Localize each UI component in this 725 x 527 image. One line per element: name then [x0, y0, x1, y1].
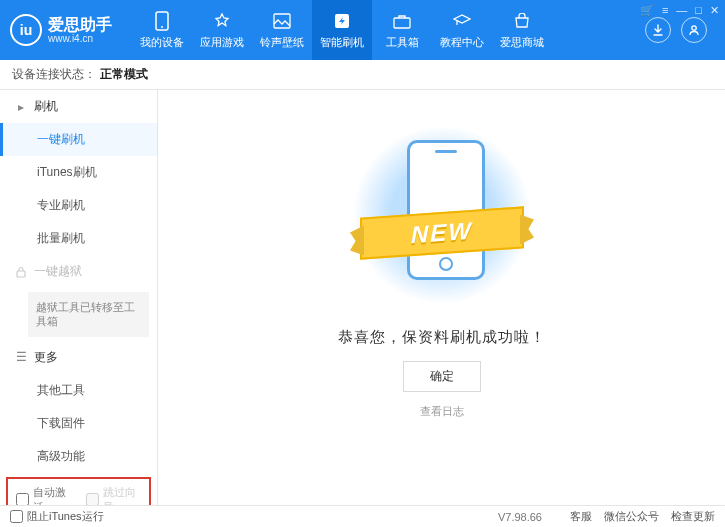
view-log-link[interactable]: 查看日志 — [420, 404, 464, 419]
wallpaper-icon — [272, 11, 292, 31]
jailbreak-moved-note: 越狱工具已转移至工具箱 — [28, 292, 149, 337]
nav-toolbox[interactable]: 工具箱 — [372, 0, 432, 60]
success-illustration: NEW — [352, 120, 532, 310]
checkbox-label: 自动激活 — [33, 485, 72, 505]
nav-label: 我的设备 — [140, 35, 184, 50]
block-itunes-checkbox[interactable]: 阻止iTunes运行 — [10, 509, 104, 524]
checkbox-label: 阻止iTunes运行 — [27, 509, 104, 524]
logo-icon: iu — [10, 14, 42, 46]
app-url: www.i4.cn — [48, 33, 112, 44]
nav-label: 工具箱 — [386, 35, 419, 50]
close-button[interactable]: ✕ — [710, 4, 719, 17]
lock-icon — [14, 265, 28, 279]
sidebar-item-oneclick-flash[interactable]: 一键刷机 — [0, 123, 157, 156]
sidebar-section-jailbreak[interactable]: 一键越狱 — [0, 255, 157, 288]
success-message: 恭喜您，保资料刷机成功啦！ — [338, 328, 546, 347]
svg-rect-6 — [17, 271, 25, 277]
nav-label: 铃声壁纸 — [260, 35, 304, 50]
sidebar: ▸ 刷机 一键刷机 iTunes刷机 专业刷机 批量刷机 一键越狱 越狱工具已转… — [0, 90, 158, 505]
auto-activate-checkbox[interactable]: 自动激活 — [16, 485, 72, 505]
svg-rect-4 — [394, 18, 410, 28]
status-value: 正常模式 — [100, 66, 148, 83]
flash-icon — [332, 11, 352, 31]
nav-label: 爱思商城 — [500, 35, 544, 50]
tutorial-icon — [452, 11, 472, 31]
more-icon: ☰ — [14, 350, 28, 364]
apps-icon — [212, 11, 232, 31]
checkbox-label: 跳过向导 — [103, 485, 142, 505]
sidebar-section-flash[interactable]: ▸ 刷机 — [0, 90, 157, 123]
footer-link-update[interactable]: 检查更新 — [671, 509, 715, 524]
svg-point-1 — [161, 26, 163, 28]
cart-icon[interactable]: 🛒 — [640, 4, 654, 17]
footer-link-support[interactable]: 客服 — [570, 509, 592, 524]
section-title: 刷机 — [34, 98, 58, 115]
nav-apps-games[interactable]: 应用游戏 — [192, 0, 252, 60]
store-icon — [512, 11, 532, 31]
toolbox-icon — [392, 11, 412, 31]
download-button[interactable] — [645, 17, 671, 43]
app-logo: iu 爱思助手 www.i4.cn — [10, 14, 112, 46]
status-label: 设备连接状态： — [12, 66, 96, 83]
ok-button[interactable]: 确定 — [403, 361, 481, 392]
highlighted-options-box: 自动激活 跳过向导 — [6, 477, 151, 505]
header-right — [645, 17, 707, 43]
minimize-button[interactable]: — — [676, 4, 687, 17]
nav-my-device[interactable]: 我的设备 — [132, 0, 192, 60]
app-title: 爱思助手 — [48, 16, 112, 34]
nav-label: 智能刷机 — [320, 35, 364, 50]
nav-ringtone-wallpaper[interactable]: 铃声壁纸 — [252, 0, 312, 60]
sidebar-item-itunes-flash[interactable]: iTunes刷机 — [0, 156, 157, 189]
sidebar-section-more[interactable]: ☰ 更多 — [0, 341, 157, 374]
sidebar-item-advanced[interactable]: 高级功能 — [0, 440, 157, 473]
sidebar-item-other-tools[interactable]: 其他工具 — [0, 374, 157, 407]
user-button[interactable] — [681, 17, 707, 43]
version-label: V7.98.66 — [498, 511, 542, 523]
main-content: NEW 恭喜您，保资料刷机成功啦！ 确定 查看日志 — [158, 90, 725, 505]
nav-smart-flash[interactable]: 智能刷机 — [312, 0, 372, 60]
footer-bar: 阻止iTunes运行 V7.98.66 客服 微信公众号 检查更新 — [0, 505, 725, 527]
nav-label: 应用游戏 — [200, 35, 244, 50]
svg-point-5 — [692, 26, 696, 30]
status-bar: 设备连接状态： 正常模式 — [0, 60, 725, 90]
sidebar-item-batch-flash[interactable]: 批量刷机 — [0, 222, 157, 255]
section-title: 更多 — [34, 349, 58, 366]
skip-setup-checkbox[interactable]: 跳过向导 — [86, 485, 142, 505]
sidebar-item-pro-flash[interactable]: 专业刷机 — [0, 189, 157, 222]
section-title: 一键越狱 — [34, 263, 82, 280]
nav-store[interactable]: 爱思商城 — [492, 0, 552, 60]
app-header: iu 爱思助手 www.i4.cn 我的设备 应用游戏 铃声壁纸 智能刷机 工具… — [0, 0, 725, 60]
sidebar-item-download-firmware[interactable]: 下载固件 — [0, 407, 157, 440]
nav-tutorials[interactable]: 教程中心 — [432, 0, 492, 60]
footer-link-wechat[interactable]: 微信公众号 — [604, 509, 659, 524]
list-icon: ▸ — [14, 100, 28, 114]
top-nav: 我的设备 应用游戏 铃声壁纸 智能刷机 工具箱 教程中心 爱思商城 — [132, 0, 645, 60]
maximize-button[interactable]: □ — [695, 4, 702, 17]
nav-label: 教程中心 — [440, 35, 484, 50]
phone-icon — [152, 11, 172, 31]
window-controls: 🛒 ≡ — □ ✕ — [640, 4, 719, 17]
menu-icon[interactable]: ≡ — [662, 4, 668, 17]
